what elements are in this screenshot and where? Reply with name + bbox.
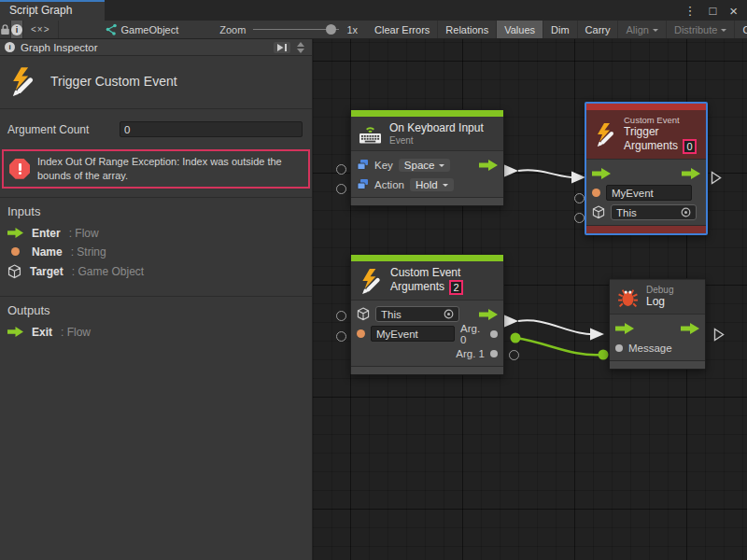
flow-row bbox=[610, 318, 705, 338]
arg1-row: Arg. 1 bbox=[351, 343, 503, 363]
error-accent-bar bbox=[586, 104, 706, 110]
tab-bar: Script Graph ⋮ □ × bbox=[0, 0, 747, 21]
relations-button[interactable]: Relations bbox=[438, 21, 497, 38]
custom-event-icon bbox=[7, 66, 37, 96]
keyboard-action-port[interactable] bbox=[336, 184, 346, 194]
overview-button[interactable]: Overv bbox=[735, 21, 747, 38]
lock-icon bbox=[0, 23, 10, 35]
maximize-icon[interactable]: □ bbox=[709, 5, 716, 17]
arguments-count-input[interactable]: 0 bbox=[683, 139, 697, 154]
event-name-row bbox=[586, 183, 706, 203]
align-dropdown[interactable]: Align bbox=[618, 21, 666, 38]
chevron-down-icon bbox=[653, 29, 658, 35]
customevent-target-port[interactable] bbox=[336, 311, 346, 321]
graph-inspector-panel: i Graph Inspector bbox=[0, 39, 313, 560]
argument-count-row: Argument Count bbox=[0, 109, 312, 143]
flow-out-arrow-icon[interactable] bbox=[681, 323, 699, 334]
custom-event-icon bbox=[358, 268, 384, 294]
code-view-button[interactable]: <×> bbox=[23, 21, 59, 38]
target-object-field[interactable]: This bbox=[375, 306, 459, 322]
menu-icon[interactable]: ⋮ bbox=[684, 5, 696, 17]
node-on-keyboard-input[interactable]: On Keyboard Input Event Key Space bbox=[350, 109, 504, 206]
key-label: Key bbox=[374, 160, 393, 171]
clear-errors-button[interactable]: Clear Errors bbox=[367, 21, 438, 38]
customevent-name-port[interactable] bbox=[336, 331, 346, 342]
panel-spinner[interactable] bbox=[294, 38, 307, 57]
node-footer bbox=[351, 197, 503, 205]
trigger-flow-out-port[interactable] bbox=[711, 171, 722, 185]
message-port-icon[interactable] bbox=[615, 344, 623, 352]
zoom-slider[interactable] bbox=[253, 21, 339, 39]
flow-out-arrow-icon[interactable] bbox=[682, 168, 700, 179]
flow-arrow-icon bbox=[7, 228, 23, 238]
node-title: Trigger bbox=[624, 125, 697, 139]
action-label: Action bbox=[374, 179, 404, 190]
node-trigger-custom-event[interactable]: Custom Event Trigger Arguments 0 bbox=[585, 102, 708, 235]
cube-icon[interactable] bbox=[357, 307, 370, 321]
customevent-arg1-out-port[interactable] bbox=[509, 350, 519, 360]
lock-button[interactable] bbox=[0, 21, 11, 38]
event-accent-bar bbox=[351, 255, 503, 261]
active-tab-accent bbox=[0, 0, 105, 2]
graph-toolbar: i <×> GameObject Zoom 1x Clear Errors Re… bbox=[0, 21, 747, 39]
trigger-name-port[interactable] bbox=[574, 193, 585, 203]
argument-count-input[interactable] bbox=[120, 121, 303, 137]
values-button[interactable]: Values bbox=[497, 21, 543, 38]
arg1-label: Arg. 1 bbox=[456, 348, 485, 359]
cube-icon[interactable] bbox=[592, 205, 605, 219]
flow-out-port[interactable] bbox=[479, 309, 498, 320]
inspector-toggle-button[interactable]: i bbox=[11, 21, 23, 38]
outputs-section: Outputs Exit : Flow bbox=[0, 296, 312, 347]
arguments-count-input[interactable]: 2 bbox=[449, 280, 463, 295]
flow-arrow-icon bbox=[479, 309, 498, 320]
flow-row bbox=[586, 163, 706, 183]
tab-script-graph[interactable]: Script Graph bbox=[0, 0, 105, 21]
node-title: Log bbox=[646, 295, 673, 309]
bug-icon bbox=[616, 286, 640, 309]
key-dropdown[interactable]: Space bbox=[399, 159, 451, 172]
action-dropdown[interactable]: Hold bbox=[410, 178, 454, 191]
inspector-title-block: Trigger Custom Event bbox=[0, 56, 312, 109]
graph-owner[interactable]: GameObject bbox=[98, 21, 185, 38]
string-port-icon[interactable] bbox=[357, 329, 365, 338]
close-icon[interactable]: × bbox=[729, 4, 738, 18]
flow-in-arrow-icon[interactable] bbox=[615, 323, 634, 334]
target-object-field[interactable]: This bbox=[611, 204, 697, 220]
panel-expand-button[interactable] bbox=[274, 42, 290, 53]
info-icon: i bbox=[11, 24, 22, 35]
zoom-slider-handle[interactable] bbox=[326, 24, 336, 35]
error-message: Index Out Of Range Exception: Index was … bbox=[37, 155, 303, 183]
enum-icon bbox=[357, 178, 369, 190]
string-port-icon[interactable] bbox=[592, 189, 600, 197]
unity-visual-scripting-window: Script Graph ⋮ □ × i <×> bbox=[0, 0, 747, 560]
inspector-node-title: Trigger Custom Event bbox=[50, 74, 177, 89]
string-port-icon bbox=[11, 247, 20, 256]
object-picker-icon[interactable] bbox=[444, 309, 454, 319]
inputs-header: Inputs bbox=[0, 204, 312, 224]
zoom-label: Zoom bbox=[219, 24, 246, 35]
keyboard-key-port[interactable] bbox=[336, 164, 346, 175]
graph-canvas[interactable]: On Keyboard Input Event Key Space bbox=[313, 39, 747, 560]
keyboard-event-icon bbox=[358, 123, 383, 145]
object-picker-icon[interactable] bbox=[681, 207, 691, 217]
input-port-enter: Enter : Flow bbox=[0, 224, 312, 243]
event-name-input[interactable] bbox=[371, 326, 455, 342]
distribute-dropdown[interactable]: Distribute bbox=[667, 21, 735, 38]
argument-count-label: Argument Count bbox=[7, 123, 120, 136]
dim-button[interactable]: Dim bbox=[543, 21, 578, 38]
node-title: Custom Event bbox=[390, 266, 463, 280]
arg1-port-icon[interactable] bbox=[490, 350, 498, 357]
flow-out-port[interactable] bbox=[479, 160, 498, 171]
debug-flow-out-port[interactable] bbox=[713, 328, 725, 342]
carry-button[interactable]: Carry bbox=[578, 21, 619, 38]
tab-label: Script Graph bbox=[9, 4, 72, 17]
event-name-input[interactable] bbox=[606, 185, 692, 201]
trigger-target-port[interactable] bbox=[574, 213, 585, 223]
input-port-target: Target : Game Object bbox=[0, 261, 312, 282]
flow-in-arrow-icon[interactable] bbox=[592, 168, 611, 179]
node-custom-event[interactable]: Custom Event Arguments 2 This bbox=[350, 254, 504, 375]
arg0-port-icon[interactable] bbox=[490, 330, 498, 338]
node-debug-log[interactable]: Debug Log Message bbox=[609, 278, 706, 370]
chevron-down-icon bbox=[443, 184, 448, 189]
gameobject-icon bbox=[104, 23, 117, 35]
